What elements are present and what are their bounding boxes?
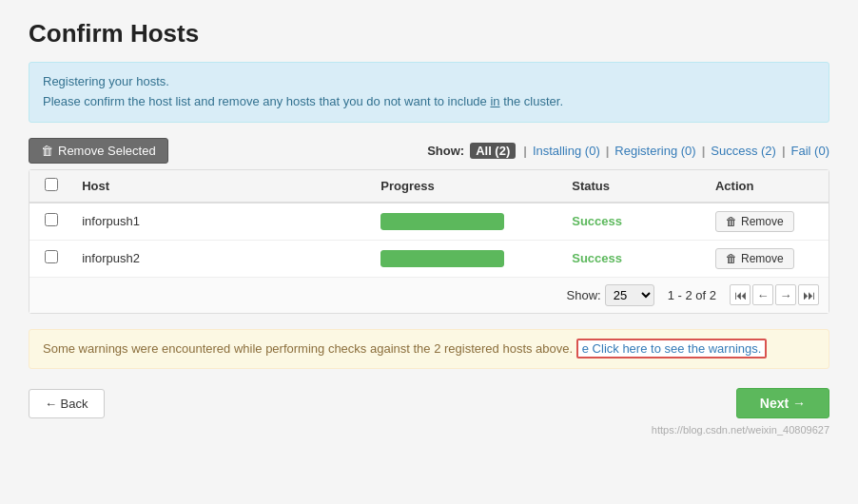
table-row: inforpush1 Success 🗑 Remove [29,203,829,241]
footer-show-label: Show: [567,288,601,302]
row-remove-button-0[interactable]: 🗑 Remove [715,211,794,232]
remove-icon: 🗑 [726,215,737,228]
row-action: 🗑 Remove [706,240,829,277]
progress-bar-wrap [380,250,504,267]
remove-btn-label: Remove [741,252,784,265]
table-row: inforpush2 Success 🗑 Remove [29,240,829,277]
next-button[interactable]: Next → [736,388,829,418]
table-footer: Show: 25 10 50 100 1 - 2 of 2 ⏮ ← → ⏭ [29,277,829,313]
filter-success[interactable]: Success (2) [711,144,776,158]
page-title: Confirm Hosts [29,19,829,48]
back-button[interactable]: ← Back [29,389,105,418]
row-progress [371,203,562,241]
pagination-buttons: ⏮ ← → ⏭ [730,284,819,305]
pagination-info: 1 - 2 of 2 [668,288,716,302]
row-progress [371,240,562,277]
show-select: Show: 25 10 50 100 [567,284,654,306]
row-checkbox-cell [29,203,72,241]
row-remove-button-1[interactable]: 🗑 Remove [715,248,794,269]
row-host: inforpush2 [72,240,371,277]
next-page-button[interactable]: → [775,284,796,305]
col-progress-header: Progress [371,170,562,203]
filter-installing[interactable]: Installing (0) [533,144,600,158]
progress-bar-fill [380,250,504,267]
prev-page-button[interactable]: ← [752,284,773,305]
show-label: Show: [427,144,464,158]
table-header-row: Host Progress Status Action [29,170,829,203]
filter-registering[interactable]: Registering (0) [614,144,695,158]
col-host-header: Host [72,170,371,203]
row-status: Success [562,240,706,277]
rows-per-page-select[interactable]: 25 10 50 100 [605,284,654,306]
col-checkbox [29,170,72,203]
info-line2: Please confirm the host list and remove … [43,92,815,112]
hosts-table: Host Progress Status Action inforpush1 S… [29,170,829,277]
remove-icon: 🗑 [726,252,737,265]
show-filter: Show: All (2) | Installing (0) | Registe… [427,143,829,159]
remove-btn-label: Remove [741,215,784,228]
back-label: ← Back [45,397,88,411]
info-line1: Registering your hosts. [43,72,815,92]
remove-selected-button[interactable]: 🗑 Remove Selected [29,138,168,164]
trash-icon: 🗑 [41,144,53,158]
next-label: Next → [760,396,806,411]
warning-click-link[interactable]: e Click here to see the warnings. [576,339,768,359]
progress-bar-fill [380,213,504,230]
row-host: inforpush1 [72,203,371,241]
info-box: Registering your hosts. Please confirm t… [29,62,829,123]
info-link[interactable]: in [490,94,499,108]
row-checkbox-0[interactable] [45,213,58,226]
first-page-button[interactable]: ⏮ [730,284,751,305]
bottom-bar: ← Back Next → [29,388,829,418]
progress-bar-wrap [380,213,504,230]
watermark: https://blog.csdn.net/weixin_40809627 [29,424,829,436]
hosts-table-container: Host Progress Status Action inforpush1 S… [29,169,829,314]
filter-fail[interactable]: Fail (0) [791,144,829,158]
row-checkbox-1[interactable] [45,250,58,263]
filter-all[interactable]: All (2) [470,143,516,159]
toolbar: 🗑 Remove Selected Show: All (2) | Instal… [29,138,829,164]
col-status-header: Status [562,170,706,203]
last-page-button[interactable]: ⏭ [798,284,819,305]
remove-selected-label: Remove Selected [58,144,156,158]
row-action: 🗑 Remove [706,203,829,241]
row-status: Success [562,203,706,241]
row-checkbox-cell [29,240,72,277]
warning-box: Some warnings were encountered while per… [29,329,829,370]
select-all-checkbox[interactable] [45,178,58,191]
col-action-header: Action [706,170,829,203]
